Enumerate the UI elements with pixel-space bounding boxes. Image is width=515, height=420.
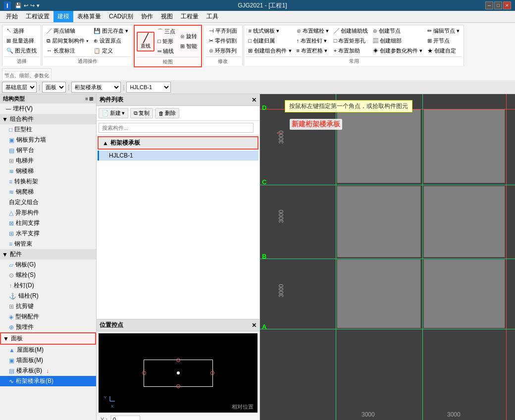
menu-item-start[interactable]: 开始 <box>2 11 22 22</box>
component-search-input[interactable] <box>99 123 254 133</box>
ribbon-btn-array[interactable]: ⊙ 环形阵列 <box>207 46 239 55</box>
tree-item-steel-tube[interactable]: ≡ 钢管束 <box>0 239 96 249</box>
line-icon: ╱ <box>143 34 149 43</box>
position-panel-close[interactable]: ✕ <box>252 322 257 329</box>
ribbon-btn-细部[interactable]: ▤ 创建细部 <box>371 36 424 46</box>
tree-item-horiz-brace[interactable]: ⊞ 水平支撑 <box>0 228 96 239</box>
ribbon-btn-节点[interactable]: ⊙ 创建节点 <box>371 26 424 36</box>
ribbon-btn-copy-floor[interactable]: ⧉ 层间复制构件 ▾ <box>45 36 91 46</box>
tree-item-col-brace[interactable]: ⊠ 柱间支撑 <box>0 218 96 228</box>
tree-item-steel-stair[interactable]: ≋ 钢楼梯 <box>0 166 96 176</box>
tree-item-giant-col[interactable]: □ 巨型柱 <box>0 124 96 135</box>
menu-item-project-settings[interactable]: 工程设置 <box>22 11 53 22</box>
toolbar-separator2: | <box>68 84 69 91</box>
ribbon-btn-开节点[interactable]: ⊞ 开节点 <box>425 36 462 46</box>
tree-group-combined[interactable]: ▼ 组合构件 <box>0 114 96 124</box>
ribbon: ↖ 选择 ⊞ 批量选择 🔍 图元查找 选择 ╱ 两点辅轴 ⧉ 层间复制构件 ▾ … <box>0 23 515 80</box>
component-type-select[interactable]: 面板 <box>42 82 66 93</box>
tree-item-maogan[interactable]: — 埋杆(V) <box>0 104 96 114</box>
minimize-btn[interactable]: ─ <box>485 1 493 9</box>
tree-item-anchor[interactable]: ⚓ 锚栓(R) <box>0 291 96 301</box>
ribbon-btn-smart[interactable]: ⊞ 智能 <box>178 42 199 51</box>
tree-group-panel[interactable]: ▼ 面板 <box>0 332 96 345</box>
tree-item-floor-deck[interactable]: ▤ 楼承板(B) ↓ <box>0 366 96 376</box>
ribbon-btn-rect[interactable]: □ 矩形 <box>155 37 177 46</box>
component-item-hjlcb1[interactable]: HJLCB-1 <box>98 151 258 160</box>
ribbon-btn-螺栓[interactable]: ⊙ 布置螺栓 ▾ <box>295 26 331 36</box>
ribbon-btn-line[interactable]: ╱ 直线 <box>137 32 154 52</box>
tree-item-steel-plate[interactable]: ▱ 钢板(G) <box>0 260 96 270</box>
component-select[interactable]: 桁架楼承板 <box>71 82 121 93</box>
ribbon-btn-栓钉[interactable]: ↑ 布置栓钉 ▾ <box>295 36 331 46</box>
ribbon-btn-linetype[interactable]: ≡ 线式钢板 ▾ <box>246 26 293 36</box>
component-panel-titlebar: 构件列表 ✕ <box>97 94 259 106</box>
ribbon-btn-cut[interactable]: ✂ 零件切割 <box>207 36 239 46</box>
new-component-btn[interactable]: 📄 新建 ▾ <box>99 108 128 118</box>
ribbon-btn-归属[interactable]: □ 创建归属 <box>246 36 293 46</box>
ribbon-btn-save-element[interactable]: 💾 图元存盘 ▾ <box>92 26 130 36</box>
ribbon-btn-two-point[interactable]: ╱ 两点辅轴 <box>45 26 91 36</box>
ribbon-btn-编辑节点[interactable]: ✏ 编辑节点 ▾ <box>425 26 462 36</box>
tree-item-stud[interactable]: ↑ 栓钉(D) <box>0 280 96 291</box>
menu-item-modeling[interactable]: 建模 <box>53 11 73 22</box>
tree-item-embedded[interactable]: ⊕ 预埋件 <box>0 322 96 332</box>
tree-item-ladder[interactable]: ≋ 钢爬梯 <box>0 187 96 197</box>
tree-item-steel-platform[interactable]: ▤ 钢平台 <box>0 145 96 156</box>
layer-select[interactable]: 基础底层 <box>2 82 37 93</box>
menu-item-table-calc[interactable]: 表格算量 <box>73 11 105 22</box>
ribbon-btn-select[interactable]: ↖ 选择 <box>4 26 39 36</box>
ribbon-btn-parallel[interactable]: ═ 辅线 <box>155 47 177 56</box>
tree-item-shear-key[interactable]: ⊞ 抗剪键 <box>0 301 96 312</box>
tree-item-bolt[interactable]: ⊙ 螺栓(S) <box>0 270 96 280</box>
component-panel-close[interactable]: ✕ <box>252 97 257 104</box>
menu-item-collaborate[interactable]: 协作 <box>137 11 157 22</box>
ribbon-btn-加助[interactable]: + 布置加助 <box>332 46 370 55</box>
hint-text: 按鼠标左键指定第一个角点，或拾取构件图元 <box>289 103 408 109</box>
menu-item-tools[interactable]: 工具 <box>203 11 222 22</box>
svg-text:Y: Y <box>104 395 107 400</box>
tree-item-roof-panel[interactable]: ▲ 屋面板(M) <box>0 345 96 355</box>
ribbon-btn-find[interactable]: 🔍 图元查找 <box>4 46 39 55</box>
y-input[interactable] <box>110 416 140 420</box>
menu-bar: 开始 工程设置 建模 表格算量 CAD识别 协作 视图 工程量 工具 <box>0 11 515 23</box>
ribbon-btn-栏格[interactable]: ≡ 布置栏格 ▾ <box>295 46 331 55</box>
tree-group-fittings[interactable]: ▼ 配件 <box>0 249 96 260</box>
ribbon-btn-set-origin[interactable]: ⊕ 设置原点 <box>92 36 130 46</box>
handle-top[interactable] <box>176 358 180 362</box>
tree-item-steel-fittings[interactable]: ◈ 型钢配件 <box>0 312 96 322</box>
ribbon-btn-自定义[interactable]: ★ 创建自定 <box>425 46 462 55</box>
delete-component-btn[interactable]: 🗑 删除 <box>155 108 179 118</box>
tree-item-wall-panel[interactable]: ▣ 墙面板(M) <box>0 355 96 366</box>
ribbon-btn-参数化[interactable]: ◈ 创建参数化构件 ▾ <box>371 46 424 55</box>
menu-item-quantities[interactable]: 工程量 <box>177 11 203 22</box>
ribbon-btn-rotate-pt[interactable]: ⊙ 旋转 <box>178 32 199 41</box>
handle-bottom[interactable] <box>176 384 180 388</box>
position-panel-title: 位置控点 <box>100 321 123 329</box>
maximize-btn[interactable]: □ <box>494 1 502 9</box>
tree-item-transfer-truss[interactable]: ≡ 转换桁架 <box>0 176 96 187</box>
canvas-area[interactable]: D C B A 3000 3000 3000 3000 3000 按鼠标左键指定… <box>260 94 515 420</box>
handle-left[interactable] <box>142 371 146 375</box>
tree-item-steel-wall[interactable]: ▣ 钢板剪力墙 <box>0 135 96 145</box>
tree-item-elevator[interactable]: ⊞ 电梯井 <box>0 156 96 166</box>
code-select[interactable]: HJLCB-1 <box>126 82 171 93</box>
ribbon-btn-define[interactable]: 📋 定义 <box>92 46 130 55</box>
copy-component-btn[interactable]: ⧉ 复制 <box>130 108 153 118</box>
ribbon-btn-length[interactable]: ↔ 长度标注 <box>45 46 91 55</box>
close-btn[interactable]: ✕ <box>503 1 511 9</box>
tree-item-custom-combo[interactable]: 自定义组合 <box>0 197 96 208</box>
ribbon-btn-辅线[interactable]: ╱ 创建辅助线 <box>332 26 370 36</box>
tree-item-special-shape[interactable]: △ 异形构件 <box>0 208 96 218</box>
svg-text:X: X <box>111 404 114 409</box>
ribbon-btn-矩形孔[interactable]: □ 布置矩形孔 <box>332 36 370 46</box>
ribbon-btn-arc[interactable]: ⌒ 三点 <box>155 27 177 36</box>
menu-item-view[interactable]: 视图 <box>157 11 177 22</box>
component-group-truss[interactable]: ▲ 桁架楼承板 <box>98 136 258 150</box>
ribbon-btn-batch-select[interactable]: ⊞ 批量选择 <box>4 36 39 46</box>
handle-right[interactable] <box>210 371 214 375</box>
ribbon-btn-flush[interactable]: ⊣ 平齐到面 <box>207 26 239 36</box>
ribbon-group-modify-label: 修改 <box>206 56 240 66</box>
menu-item-cad[interactable]: CAD识别 <box>105 11 137 22</box>
ribbon-btn-combine[interactable]: ⊞ 创建组合构件 ▾ <box>246 46 293 55</box>
tree-item-truss-deck[interactable]: ∿ 桁架楼承板(B) <box>0 376 96 386</box>
